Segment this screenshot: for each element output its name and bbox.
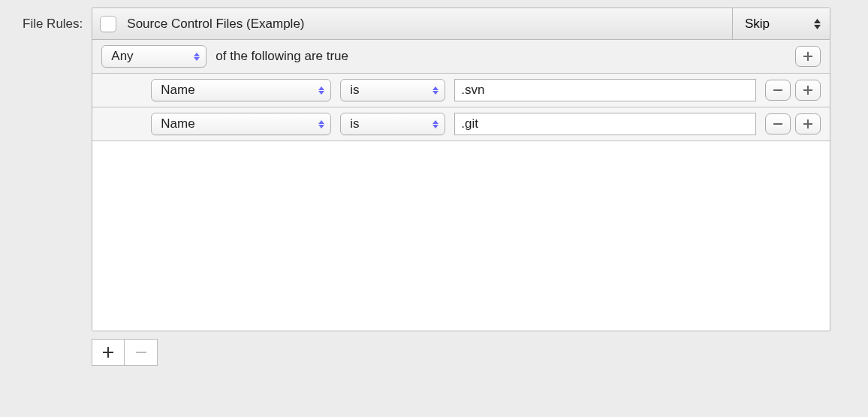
match-mode-select[interactable]: Any bbox=[101, 45, 206, 68]
svg-rect-1 bbox=[773, 123, 782, 125]
stepper-icon bbox=[318, 120, 324, 128]
add-condition-button[interactable] bbox=[795, 113, 821, 134]
add-rule-button[interactable] bbox=[92, 339, 125, 366]
updown-icon bbox=[814, 19, 821, 29]
attribute-select[interactable]: Name bbox=[151, 79, 331, 101]
stepper-icon bbox=[432, 120, 439, 128]
match-mode-label: Any bbox=[111, 49, 133, 64]
condition-row: Name is bbox=[92, 107, 830, 141]
attribute-select[interactable]: Name bbox=[151, 113, 331, 135]
remove-condition-button[interactable] bbox=[765, 113, 791, 134]
remove-rule-button[interactable] bbox=[125, 339, 158, 366]
add-condition-button[interactable] bbox=[795, 80, 821, 101]
condition-group-row: Any of the following are true bbox=[92, 40, 830, 74]
value-input[interactable] bbox=[454, 113, 756, 135]
condition-row: Name is bbox=[92, 74, 830, 107]
file-rules-label: File Rules: bbox=[23, 8, 83, 32]
operator-label: is bbox=[350, 116, 359, 131]
stepper-icon bbox=[432, 86, 439, 95]
operator-label: is bbox=[350, 83, 359, 98]
add-condition-button[interactable] bbox=[795, 46, 821, 67]
svg-rect-0 bbox=[773, 89, 782, 91]
svg-rect-2 bbox=[136, 352, 146, 353]
rule-action-select[interactable]: Skip bbox=[732, 8, 830, 39]
rule-action-label: Skip bbox=[745, 17, 770, 32]
attribute-label: Name bbox=[161, 116, 194, 131]
group-suffix-text: of the following are true bbox=[215, 49, 786, 64]
attribute-label: Name bbox=[161, 83, 194, 98]
footer-buttons bbox=[92, 339, 830, 366]
stepper-icon bbox=[194, 53, 200, 61]
empty-area bbox=[92, 141, 830, 331]
value-input[interactable] bbox=[454, 79, 756, 101]
operator-select[interactable]: is bbox=[340, 79, 445, 101]
operator-select[interactable]: is bbox=[340, 113, 445, 135]
rules-panel: Source Control Files (Example) Skip Any bbox=[92, 8, 830, 331]
remove-condition-button[interactable] bbox=[765, 80, 791, 101]
stepper-icon bbox=[318, 86, 324, 95]
rule-header: Source Control Files (Example) Skip bbox=[92, 8, 830, 40]
enable-rule-checkbox[interactable] bbox=[100, 16, 116, 32]
rule-title: Source Control Files (Example) bbox=[127, 17, 304, 32]
